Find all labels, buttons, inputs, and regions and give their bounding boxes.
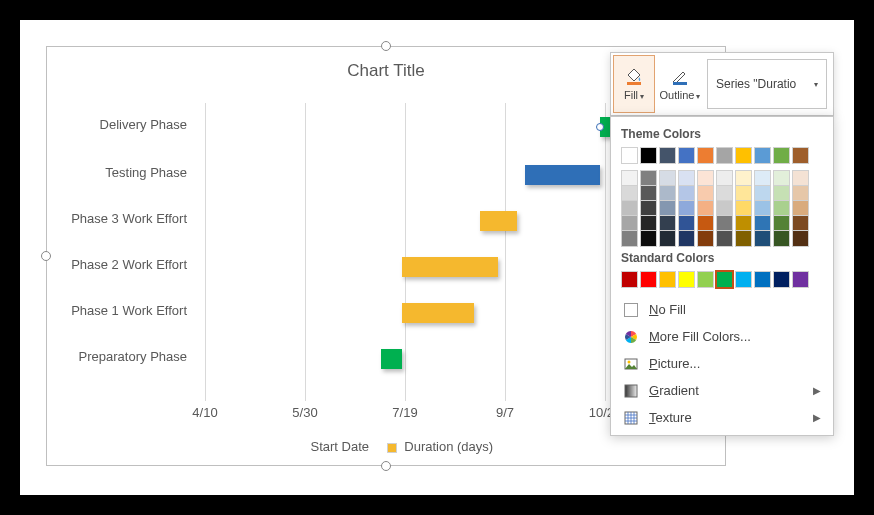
color-swatch[interactable] <box>678 230 695 247</box>
picture-icon <box>623 357 639 371</box>
color-swatch[interactable] <box>621 271 638 288</box>
color-swatch[interactable] <box>640 147 657 164</box>
gradient-fill-item[interactable]: Gradient ▶ <box>621 377 823 404</box>
color-swatch[interactable] <box>773 271 790 288</box>
legend-swatch <box>387 443 397 453</box>
no-fill-label: o Fill <box>658 302 685 317</box>
y-axis-label: Delivery Phase <box>37 117 187 132</box>
theme-tint-grid <box>621 170 823 245</box>
color-swatch[interactable] <box>792 271 809 288</box>
mini-toolbar: Fill▾ Outline▾ Series "Duratio ▾ <box>610 52 834 116</box>
more-colors-label: ore Fill Colors... <box>660 329 751 344</box>
x-axis-label: 7/19 <box>392 405 417 420</box>
color-swatch[interactable] <box>697 230 714 247</box>
svg-point-4 <box>628 360 631 363</box>
y-axis-label: Phase 2 Work Effort <box>37 257 187 272</box>
color-swatch[interactable] <box>754 230 771 247</box>
color-swatch[interactable] <box>735 271 752 288</box>
selection-marker <box>596 123 604 131</box>
color-swatch[interactable] <box>754 271 771 288</box>
y-axis-label: Phase 1 Work Effort <box>37 303 187 318</box>
legend-entry: Start Date <box>310 439 369 454</box>
svg-rect-0 <box>627 82 641 85</box>
legend[interactable]: Start Date Duration (days) <box>47 439 725 454</box>
pen-outline-icon <box>671 67 689 87</box>
svg-rect-1 <box>673 82 687 85</box>
gridline <box>405 103 406 401</box>
color-swatch[interactable] <box>792 147 809 164</box>
color-swatch[interactable] <box>678 271 695 288</box>
color-swatch[interactable] <box>678 147 695 164</box>
submenu-arrow-icon: ▶ <box>813 412 821 423</box>
color-swatch[interactable] <box>697 147 714 164</box>
app-frame: Chart Title Delivery Phase Testing Phase… <box>20 20 854 495</box>
gridline <box>305 103 306 401</box>
color-swatch[interactable] <box>640 271 657 288</box>
color-swatch[interactable] <box>773 230 790 247</box>
data-bar[interactable] <box>525 165 600 185</box>
texture-fill-item[interactable]: Texture ▶ <box>621 404 823 431</box>
theme-color-grid <box>621 147 823 164</box>
color-swatch[interactable] <box>659 230 676 247</box>
x-axis-label: 4/10 <box>192 405 217 420</box>
resize-handle[interactable] <box>381 461 391 471</box>
picture-label: icture... <box>658 356 701 371</box>
data-bar[interactable] <box>480 211 517 231</box>
gridline <box>605 103 606 401</box>
color-swatch[interactable] <box>716 230 733 247</box>
series-selector-text: Series "Duratio <box>716 77 796 91</box>
chevron-down-icon: ▾ <box>640 92 644 101</box>
paint-bucket-icon <box>625 67 643 87</box>
no-fill-icon <box>624 303 638 317</box>
gradient-icon <box>623 384 639 398</box>
x-axis-label: 9/7 <box>496 405 514 420</box>
series-selector[interactable]: Series "Duratio ▾ <box>707 59 827 109</box>
gridline <box>205 103 206 401</box>
picture-fill-item[interactable]: Picture... <box>621 350 823 377</box>
standard-colors-header: Standard Colors <box>621 251 823 265</box>
resize-handle[interactable] <box>381 41 391 51</box>
fill-label: Fill <box>624 89 638 101</box>
color-swatch[interactable] <box>716 271 733 288</box>
y-axis-label: Preparatory Phase <box>37 349 187 364</box>
data-bar[interactable] <box>402 303 474 323</box>
color-swatch[interactable] <box>735 147 752 164</box>
color-swatch[interactable] <box>621 147 638 164</box>
y-axis-label: Testing Phase <box>37 165 187 180</box>
color-swatch[interactable] <box>754 147 771 164</box>
fill-button[interactable]: Fill▾ <box>613 55 655 113</box>
data-bar[interactable] <box>381 349 402 369</box>
submenu-arrow-icon: ▶ <box>813 385 821 396</box>
data-bar[interactable] <box>402 257 498 277</box>
svg-rect-5 <box>625 385 637 397</box>
standard-color-row <box>621 271 823 288</box>
color-swatch[interactable] <box>659 271 676 288</box>
texture-label: exture <box>656 410 692 425</box>
more-fill-colors-item[interactable]: More Fill Colors... <box>621 323 823 350</box>
no-fill-item[interactable]: No Fill <box>621 296 823 323</box>
x-axis-label: 5/30 <box>292 405 317 420</box>
theme-colors-header: Theme Colors <box>621 127 823 141</box>
color-swatch[interactable] <box>621 230 638 247</box>
color-swatch[interactable] <box>716 147 733 164</box>
y-axis-label: Phase 3 Work Effort <box>37 211 187 226</box>
chevron-down-icon: ▾ <box>814 80 818 89</box>
color-swatch[interactable] <box>659 147 676 164</box>
gradient-label: radient <box>659 383 699 398</box>
y-axis-labels: Delivery Phase Testing Phase Phase 3 Wor… <box>53 103 203 401</box>
outline-button[interactable]: Outline▾ <box>657 53 703 115</box>
legend-entry: Duration (days) <box>404 439 493 454</box>
color-swatch[interactable] <box>640 230 657 247</box>
fill-dropdown-menu: Theme Colors Standard Colors No Fill Mor… <box>610 116 834 436</box>
texture-icon <box>623 411 639 425</box>
chevron-down-icon: ▾ <box>696 92 700 101</box>
outline-label: Outline <box>660 89 695 101</box>
legend-swatch <box>293 443 303 453</box>
color-swatch[interactable] <box>697 271 714 288</box>
color-swatch[interactable] <box>792 230 809 247</box>
color-swatch[interactable] <box>735 230 752 247</box>
gridline <box>505 103 506 401</box>
color-swatch[interactable] <box>773 147 790 164</box>
color-wheel-icon <box>623 330 639 344</box>
